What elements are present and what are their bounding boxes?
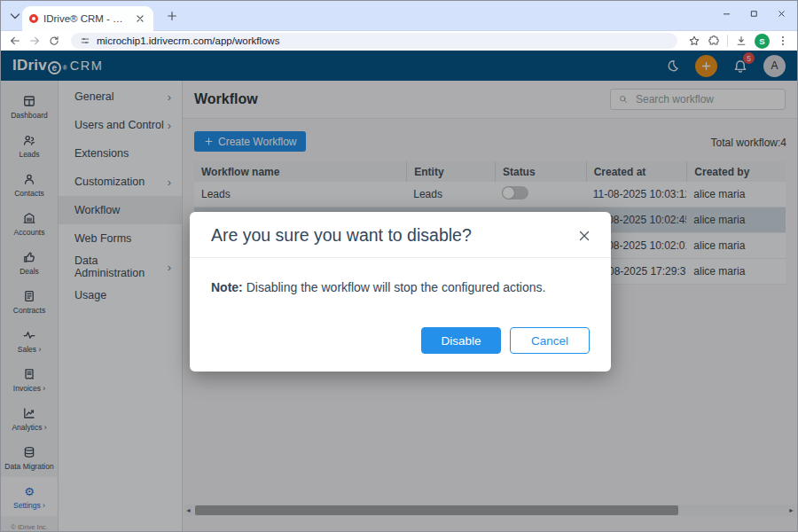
forward-icon[interactable] bbox=[28, 35, 41, 47]
browser-profile-avatar[interactable]: S bbox=[755, 34, 770, 49]
download-icon[interactable] bbox=[735, 35, 747, 47]
idrive-favicon-icon bbox=[29, 14, 38, 23]
note-text: Disabling the workflow will stop the con… bbox=[243, 280, 546, 294]
browser-toolbar: microchip1.idrivecrm.com/app/workflows S bbox=[1, 31, 797, 51]
tab-search-chevron-icon[interactable] bbox=[8, 9, 22, 23]
dialog-body: Note: Disabling the workflow will stop t… bbox=[190, 258, 611, 294]
note-label: Note: bbox=[211, 280, 243, 294]
dialog-footer: Disable Cancel bbox=[421, 327, 590, 354]
browser-tabstrip: IDrive® CRM - Workflow bbox=[1, 1, 797, 31]
maximize-icon[interactable] bbox=[749, 9, 759, 19]
tab-close-icon[interactable] bbox=[134, 12, 146, 25]
browser-menu-kebab-icon[interactable] bbox=[777, 35, 789, 47]
extensions-puzzle-icon[interactable] bbox=[708, 35, 720, 47]
new-tab-icon[interactable] bbox=[166, 10, 178, 22]
reload-icon[interactable] bbox=[48, 35, 60, 47]
disable-button[interactable]: Disable bbox=[421, 327, 501, 354]
tab-title: IDrive® CRM - Workflow bbox=[43, 13, 129, 24]
url-text: microchip1.idrivecrm.com/app/workflows bbox=[97, 35, 279, 46]
disable-confirm-dialog: Are you sure you want to disable? Note: … bbox=[190, 212, 611, 372]
url-bar[interactable]: microchip1.idrivecrm.com/app/workflows bbox=[71, 33, 677, 49]
browser-tab[interactable]: IDrive® CRM - Workflow bbox=[22, 6, 153, 31]
bookmark-star-icon[interactable] bbox=[688, 35, 700, 47]
cancel-button[interactable]: Cancel bbox=[510, 327, 590, 354]
browser-window: IDrive® CRM - Workflow microchip1.idrive… bbox=[0, 0, 798, 532]
dialog-title: Are you sure you want to disable? bbox=[211, 225, 472, 246]
minimize-icon[interactable] bbox=[722, 9, 732, 19]
toolbar-divider bbox=[727, 35, 728, 47]
window-controls bbox=[722, 4, 786, 23]
back-icon[interactable] bbox=[9, 35, 21, 47]
window-close-icon[interactable] bbox=[777, 9, 786, 19]
dialog-close-icon[interactable] bbox=[577, 229, 591, 243]
dialog-header: Are you sure you want to disable? bbox=[190, 212, 611, 258]
site-settings-icon[interactable] bbox=[80, 35, 90, 46]
